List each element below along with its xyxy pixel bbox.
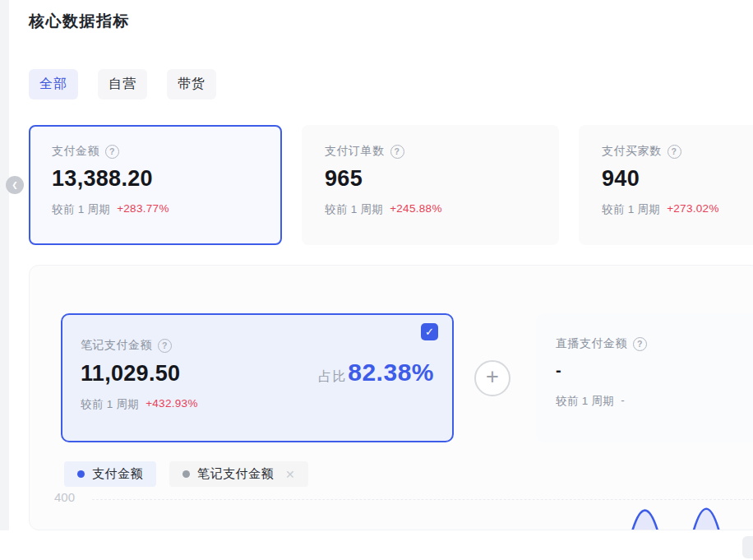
legend-label: 笔记支付金额 [197,466,274,482]
help-icon[interactable]: ? [158,339,172,353]
dashboard-screen: 核心数据指标 全部 自营 带货 ❮ 支付金额 ? 13,388.20 较前 1 … [0,0,753,560]
scope-tabs: 全部 自营 带货 [29,69,216,100]
plus-icon: + [486,366,499,388]
tab-affiliate[interactable]: 带货 [167,69,216,100]
submetric-label: 直播支付金额 [556,336,627,351]
add-metric-button[interactable]: + [474,360,510,396]
metric-label: 支付买家数 [602,144,662,159]
submetric-delta-row: 较前 1 周期 - [556,394,748,409]
help-icon[interactable]: ? [633,337,647,351]
metric-value: 13,388.20 [52,166,259,192]
page-left-margin [0,0,9,530]
metric-delta-row: 较前 1 周期 +245.88% [325,202,536,217]
metric-cards-row: 支付金额 ? 13,388.20 较前 1 周期 +283.77% 支付订单数 … [29,125,753,245]
metric-label-row: 支付金额 ? [52,144,259,159]
tab-all[interactable]: 全部 [29,69,78,100]
close-icon[interactable]: ✕ [285,468,295,481]
checkbox-checked[interactable]: ✓ [421,323,438,340]
legend-label: 支付金额 [92,466,143,482]
chevron-left-icon: ❮ [12,181,18,189]
metric-delta-row: 较前 1 周期 +273.02% [602,202,753,217]
chart-panel: ✓ 笔记支付金额 ? 11,029.50 占比 82.38% 较前 1 周期 +… [29,265,753,530]
legend-dot-gray [182,470,190,478]
legend-dot-blue [77,470,85,478]
delta-value: +273.02% [667,202,719,217]
help-icon[interactable]: ? [390,145,404,159]
metric-delta-row: 较前 1 周期 +283.77% [52,202,259,217]
period-label: 较前 1 周期 [325,202,383,217]
tab-self-operated[interactable]: 自营 [98,69,147,100]
submetric-delta-row: 较前 1 周期 +432.93% [81,397,434,412]
floating-widget-edge[interactable] [742,536,753,558]
submetric-value: - [556,361,748,380]
check-icon: ✓ [425,326,434,338]
metric-card-payment-buyers[interactable]: 支付买家数 ? 940 较前 1 周期 +273.02% [579,125,753,245]
submetric-card-note-payment[interactable]: ✓ 笔记支付金额 ? 11,029.50 占比 82.38% 较前 1 周期 +… [61,313,454,442]
page-title: 核心数据指标 [29,11,130,32]
delta-value: +283.77% [117,202,169,217]
ratio-label: 占比 [318,368,346,386]
metric-card-payment-orders[interactable]: 支付订单数 ? 965 较前 1 周期 +245.88% [302,125,559,245]
help-icon[interactable]: ? [668,145,681,159]
period-label: 较前 1 周期 [81,397,139,412]
submetric-card-live-payment[interactable]: 直播支付金额 ? - 较前 1 周期 - [536,313,753,442]
legend-item-payment-amount[interactable]: 支付金额 [64,461,156,487]
submetric-label-row: 直播支付金额 ? [556,336,748,351]
submetric-label: 笔记支付金额 [81,338,152,353]
carousel-left-button[interactable]: ❮ [6,176,24,194]
period-label: 较前 1 周期 [556,394,614,409]
legend-item-note-payment-amount[interactable]: 笔记支付金额 ✕ [169,461,308,487]
metric-label: 支付金额 [52,144,99,159]
metric-value: 940 [602,166,753,192]
metric-label-row: 支付买家数 ? [602,144,753,159]
metric-label: 支付订单数 [325,144,385,159]
delta-value: - [621,394,625,409]
delta-value: +432.93% [146,397,198,412]
help-icon[interactable]: ? [105,145,119,159]
submetric-value-row: 11,029.50 占比 82.38% [81,359,434,386]
submetric-value: 11,029.50 [81,361,180,386]
line-chart [30,498,753,530]
period-label: 较前 1 周期 [52,202,110,217]
chart-legend: 支付金额 笔记支付金额 ✕ [64,461,308,487]
metric-card-payment-amount[interactable]: 支付金额 ? 13,388.20 较前 1 周期 +283.77% [29,125,282,245]
delta-value: +245.88% [390,202,442,217]
period-label: 较前 1 周期 [602,202,660,217]
metric-value: 965 [325,166,536,192]
ratio-value: 82.38% [348,359,434,386]
metric-label-row: 支付订单数 ? [325,144,536,159]
submetric-label-row: 笔记支付金额 ? [81,338,434,353]
